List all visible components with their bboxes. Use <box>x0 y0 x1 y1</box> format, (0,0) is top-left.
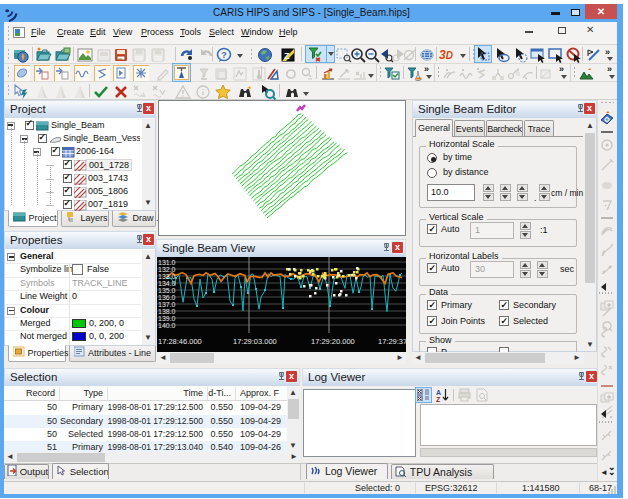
svg-text:17:28:46.000: 17:28:46.000 <box>158 337 202 346</box>
svg-text:132.0: 132.0 <box>158 266 176 273</box>
svg-text:Z: Z <box>436 396 441 402</box>
svg-text:?: ? <box>221 50 227 60</box>
svg-text:A: A <box>436 389 441 396</box>
svg-text:Z: Z <box>284 51 290 61</box>
svg-text:140.0: 140.0 <box>158 322 176 329</box>
svg-text:17:29:20.000: 17:29:20.000 <box>311 337 355 346</box>
svg-text:134.0: 134.0 <box>158 280 176 287</box>
svg-text:ss: ss <box>118 56 122 61</box>
svg-text:17:29:37: 17:29:37 <box>378 337 406 346</box>
svg-text:138.0: 138.0 <box>158 308 176 315</box>
svg-text:135.0: 135.0 <box>158 287 176 294</box>
svg-text:136.0: 136.0 <box>158 294 176 301</box>
svg-text:137.0: 137.0 <box>158 301 176 308</box>
svg-text:17:29:03.000: 17:29:03.000 <box>233 337 277 346</box>
svg-text:133.0: 133.0 <box>158 273 176 280</box>
svg-text:139.0: 139.0 <box>158 315 176 322</box>
svg-text:131.0: 131.0 <box>158 259 176 266</box>
